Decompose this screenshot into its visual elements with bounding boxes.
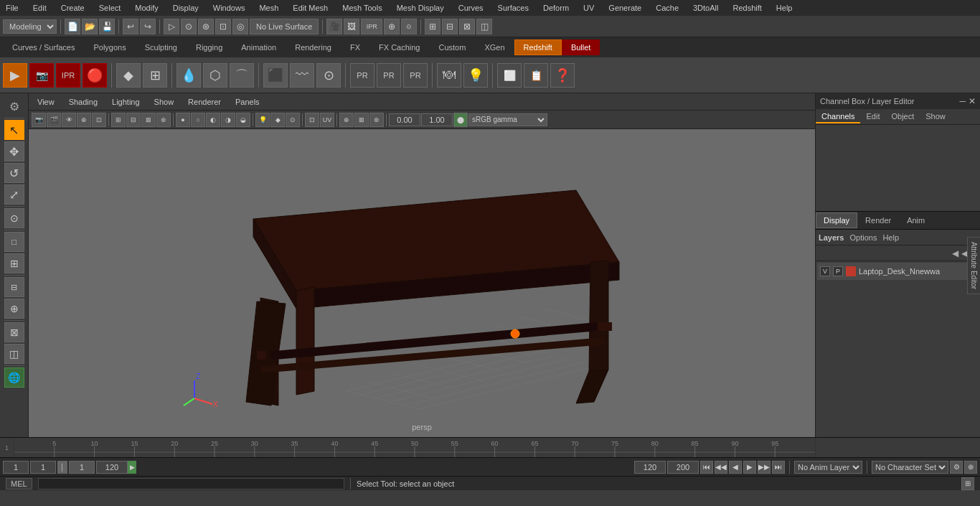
- vpt-color-icon[interactable]: ⬤: [453, 113, 468, 127]
- vpt-shade5-icon[interactable]: ◒: [236, 113, 250, 127]
- menu-select[interactable]: Select: [96, 2, 124, 14]
- menu-edit-mesh[interactable]: Edit Mesh: [290, 2, 331, 14]
- viewport-menu-shading[interactable]: Shading: [66, 96, 100, 108]
- layout4-icon[interactable]: ◫: [476, 19, 492, 34]
- vpt-shade1-icon[interactable]: ●: [176, 113, 190, 127]
- vpt-mask-icon[interactable]: ⊟: [126, 113, 141, 127]
- vpt-over-icon[interactable]: ⊛: [156, 113, 171, 127]
- play-forward-button[interactable]: ▶: [743, 461, 756, 474]
- shelf-pr3-icon[interactable]: PR: [403, 63, 428, 88]
- move-tool-icon[interactable]: ✥: [4, 141, 24, 161]
- attribute-editor-tab[interactable]: Attribute Editor: [967, 236, 980, 294]
- camera-icon[interactable]: 🎥: [326, 19, 342, 34]
- menu-help[interactable]: Help: [773, 2, 796, 14]
- lasso-icon[interactable]: ⊙: [181, 19, 197, 34]
- cb-tab-edit[interactable]: Edit: [860, 111, 885, 123]
- layer-playback-toggle[interactable]: P: [833, 266, 843, 276]
- frame-start-input[interactable]: [30, 461, 56, 474]
- cb-tab-object[interactable]: Object: [885, 111, 920, 123]
- live-surface-button[interactable]: No Live Surface: [250, 19, 319, 34]
- render2-icon[interactable]: ⊕: [384, 19, 400, 34]
- snap-curve-icon[interactable]: ◎: [232, 19, 248, 34]
- tab-animation[interactable]: Animation: [232, 39, 286, 55]
- menu-mesh-display[interactable]: Mesh Display: [394, 2, 447, 14]
- tab-bullet[interactable]: Bullet: [562, 39, 600, 55]
- settings-icon[interactable]: ⚙: [4, 96, 24, 116]
- tab-fx[interactable]: FX: [341, 39, 369, 55]
- dra-tab-anim[interactable]: Anim: [899, 212, 933, 228]
- vpt-target-icon[interactable]: ⊕: [77, 113, 91, 127]
- shelf-rs1-icon[interactable]: ⬜: [497, 63, 522, 88]
- shelf-circle-icon[interactable]: ⊙: [316, 63, 341, 88]
- camera-value-input[interactable]: [389, 113, 420, 126]
- dra-tab-display[interactable]: Display: [816, 212, 857, 228]
- layer-visibility-toggle[interactable]: V: [820, 266, 830, 276]
- vpt-plug-icon[interactable]: ⊡: [305, 113, 319, 127]
- vpt-eye-icon[interactable]: 👁: [62, 113, 76, 127]
- menu-surfaces[interactable]: Surfaces: [495, 2, 532, 14]
- vpt-uv-icon[interactable]: UV: [320, 113, 334, 127]
- tab-polygons[interactable]: Polygons: [84, 39, 135, 55]
- menu-curves[interactable]: Curves: [456, 2, 486, 14]
- shelf-pr2-icon[interactable]: PR: [377, 63, 401, 88]
- soft-select-icon[interactable]: ⊙: [4, 208, 24, 228]
- shelf-sphere-icon[interactable]: ⬡: [203, 63, 227, 88]
- timeline-ruler[interactable]: 5 10 15 20 25 30 35 40 45 50 55 60 65: [14, 438, 815, 457]
- menu-mesh-tools[interactable]: Mesh Tools: [339, 2, 385, 14]
- render-icon[interactable]: 🖼: [344, 19, 359, 34]
- undo-icon[interactable]: ↩: [123, 19, 138, 34]
- shelf-cube-icon[interactable]: ⬛: [263, 63, 288, 88]
- vpt-xray-icon[interactable]: ⊛: [369, 113, 384, 127]
- save-icon[interactable]: 💾: [99, 19, 115, 34]
- menu-windows[interactable]: Windows: [210, 2, 248, 14]
- shelf-rs2-icon[interactable]: 📋: [524, 63, 548, 88]
- anim-layer-select[interactable]: No Anim Layer: [794, 461, 862, 474]
- select-tool-icon[interactable]: ↖: [4, 120, 24, 140]
- shelf-grid-icon[interactable]: ⊞: [143, 63, 167, 88]
- mel-input[interactable]: [38, 478, 344, 489]
- frame-slider-handle[interactable]: │: [57, 461, 67, 474]
- char-set-settings-icon[interactable]: ⚙: [950, 461, 963, 474]
- frame-end-marker[interactable]: ▶: [128, 461, 136, 474]
- shelf-wave-icon[interactable]: 〰: [290, 63, 314, 88]
- tab-custom[interactable]: Custom: [430, 39, 476, 55]
- next-frame-button[interactable]: ▶▶: [758, 461, 771, 474]
- redo-icon[interactable]: ↪: [140, 19, 156, 34]
- menu-uv[interactable]: UV: [580, 2, 597, 14]
- tab-redshift[interactable]: Redshift: [514, 39, 562, 55]
- viewport-menu-renderer[interactable]: Renderer: [185, 96, 224, 108]
- layer-icon[interactable]: ◫: [4, 344, 24, 364]
- tab-xgen[interactable]: XGen: [475, 39, 514, 55]
- menu-deform[interactable]: Deform: [540, 2, 572, 14]
- maya-icon[interactable]: 🌐: [4, 367, 24, 388]
- ipr-icon[interactable]: IPR: [361, 19, 382, 34]
- current-frame-input[interactable]: [3, 461, 29, 474]
- viewport-menu-view[interactable]: View: [34, 96, 57, 108]
- rotate-tool-icon[interactable]: ↺: [4, 163, 24, 183]
- shelf-ipr2-icon[interactable]: IPR: [56, 63, 80, 88]
- new-file-icon[interactable]: 📄: [65, 19, 80, 34]
- menu-generate[interactable]: Generate: [606, 2, 644, 14]
- tab-rigging[interactable]: Rigging: [187, 39, 232, 55]
- shelf-diamond-icon[interactable]: ◆: [116, 63, 141, 88]
- scale-value-input[interactable]: [421, 113, 453, 126]
- options-menu-item[interactable]: Options: [849, 233, 877, 242]
- shelf-question-icon[interactable]: ❓: [550, 63, 575, 88]
- shelf-render-icon[interactable]: 🔴: [83, 63, 107, 88]
- vpt-grid-icon[interactable]: ⊞: [111, 113, 126, 127]
- shelf-bump-icon[interactable]: ⌒: [230, 63, 254, 88]
- mode-select[interactable]: Modeling: [3, 19, 57, 34]
- viewport-3d[interactable]: Z X persp: [29, 129, 815, 437]
- open-file-icon[interactable]: 📂: [82, 19, 98, 34]
- menu-3dto[interactable]: 3DtoAll: [690, 2, 721, 14]
- playback-end-input[interactable]: [667, 461, 699, 474]
- menu-redshift[interactable]: Redshift: [730, 2, 764, 14]
- shelf-rv-icon[interactable]: ▶: [3, 63, 27, 88]
- shelf-plate-icon[interactable]: 🍽: [437, 63, 461, 88]
- tab-curves-surfaces[interactable]: Curves / Surfaces: [3, 39, 84, 55]
- shelf-light-icon[interactable]: 💡: [463, 63, 488, 88]
- playback-start-input[interactable]: [634, 461, 666, 474]
- snap-grid-icon[interactable]: ⊡: [215, 19, 231, 34]
- char-set-select[interactable]: No Character Set: [872, 461, 948, 474]
- menu-display[interactable]: Display: [170, 2, 202, 14]
